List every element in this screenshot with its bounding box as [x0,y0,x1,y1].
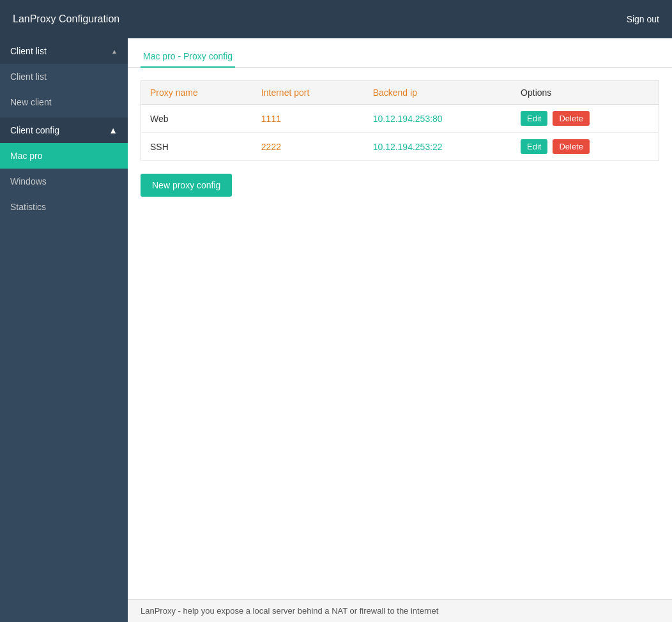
col-header-backend-ip: Backend ip [364,81,512,105]
backend-ip-cell: 10.12.194.253:80 [364,105,512,133]
client-config-header-label: Client config [10,125,59,135]
options-cell: Edit Delete [512,105,659,133]
client-config-header[interactable]: Client config ▲ [0,118,128,143]
table-row: SSH 2222 10.12.194.253:22 Edit Delete [141,133,659,161]
table-row: Web 1111 10.12.194.253:80 Edit Delete [141,105,659,133]
client-list-header-label: Client list [10,46,47,56]
breadcrumb: Mac pro - Proxy config [141,46,235,68]
sidebar-item-windows[interactable]: Windows [0,169,128,194]
proxy-name-cell: SSH [141,133,252,161]
internet-port-cell: 1111 [252,105,364,133]
sidebar-item-mac-pro[interactable]: Mac pro [0,143,128,169]
proxy-name-cell: Web [141,105,252,133]
breadcrumb-part1: Mac pro [143,51,176,61]
sidebar-item-new-client[interactable]: New client [0,89,128,115]
sidebar-item-statistics[interactable]: Statistics [0,194,128,220]
main-layout: Client list ▲ Client list New client Cli… [0,38,672,622]
footer-text: LanProxy - help you expose a local serve… [141,606,438,616]
internet-port-cell: 2222 [252,133,364,161]
content-footer: LanProxy - help you expose a local serve… [128,599,672,622]
backend-ip-cell: 10.12.194.253:22 [364,133,512,161]
table-header-row: Proxy name Internet port Backend ip Opti… [141,81,659,105]
delete-button-0[interactable]: Delete [553,111,590,126]
options-cell: Edit Delete [512,133,659,161]
signout-button[interactable]: Sign out [627,14,659,24]
col-header-proxy-name: Proxy name [141,81,252,105]
sidebar-item-client-list[interactable]: Client list [0,64,128,89]
proxy-table: Proxy name Internet port Backend ip Opti… [141,80,659,161]
col-header-internet-port: Internet port [252,81,364,105]
sidebar: Client list ▲ Client list New client Cli… [0,38,128,622]
content-header: Mac pro - Proxy config [128,38,672,68]
col-header-options: Options [512,81,659,105]
content-area: Mac pro - Proxy config Proxy name Intern… [128,38,672,622]
client-list-arrow-icon: ▲ [111,48,118,55]
breadcrumb-part2: Proxy config [183,51,233,61]
delete-button-1[interactable]: Delete [553,139,590,154]
client-config-arrow-icon: ▲ [109,125,118,135]
new-proxy-config-button[interactable]: New proxy config [141,174,232,197]
edit-button-1[interactable]: Edit [521,139,547,154]
content-body: Proxy name Internet port Backend ip Opti… [128,68,672,599]
edit-button-0[interactable]: Edit [521,111,547,126]
top-navbar: LanProxy Configuration Sign out [0,0,672,38]
app-brand: LanProxy Configuration [13,13,119,25]
breadcrumb-separator: - [176,51,183,61]
client-list-header[interactable]: Client list ▲ [0,38,128,64]
